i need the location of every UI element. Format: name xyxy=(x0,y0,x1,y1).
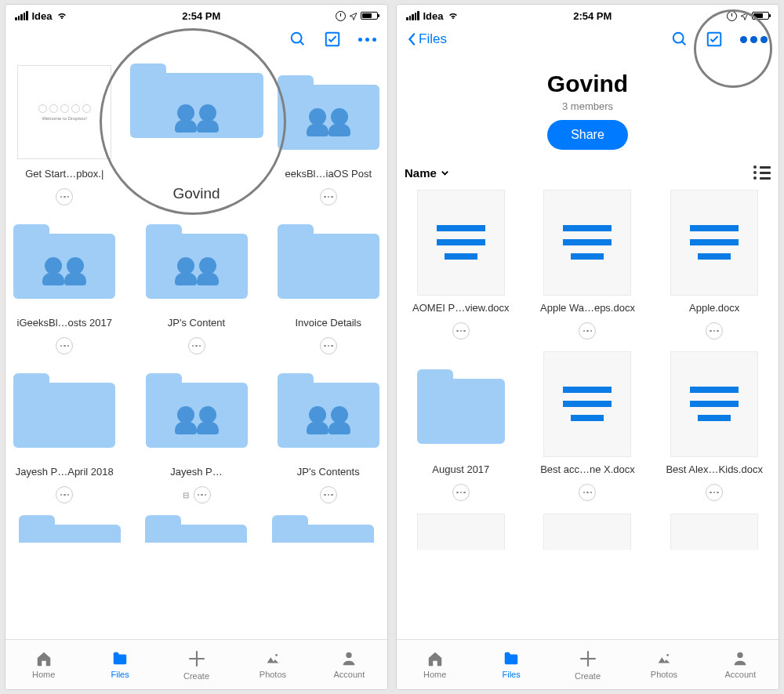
item-more-icon[interactable] xyxy=(320,188,337,205)
offline-badge-icon: ⊟ xyxy=(183,491,189,500)
folder-icon xyxy=(417,369,505,438)
item-more-icon[interactable] xyxy=(452,484,470,501)
document-icon xyxy=(417,514,505,550)
item-name: iGeeksBl…osts 2017 xyxy=(17,317,112,331)
view-toggle-icon[interactable] xyxy=(753,165,771,180)
share-button[interactable]: Share xyxy=(547,120,628,150)
grid-item[interactable]: Best Alex…Kids.docx xyxy=(658,346,771,501)
grid-item[interactable]: Jayesh P… ⊟ xyxy=(130,356,263,503)
shared-folder-icon xyxy=(13,224,115,299)
document-thumb: Welcome to Dropbox! xyxy=(17,65,111,159)
wifi-icon xyxy=(448,12,459,20)
folder-icon xyxy=(278,224,379,299)
tab-photos[interactable]: Photos xyxy=(234,640,310,689)
svg-point-7 xyxy=(673,33,684,43)
item-more-icon[interactable] xyxy=(320,486,337,503)
item-more-icon[interactable] xyxy=(194,486,211,503)
grid-item[interactable]: Invoice Details xyxy=(278,207,380,354)
more-menu-icon[interactable] xyxy=(740,36,768,43)
shared-folder-icon xyxy=(278,75,379,150)
chevron-down-icon xyxy=(441,169,449,177)
search-icon[interactable] xyxy=(289,31,307,48)
item-name: Apple.docx xyxy=(689,302,739,316)
signal-icon xyxy=(406,11,419,20)
tab-home[interactable]: Home xyxy=(397,640,473,689)
item-more-icon[interactable] xyxy=(320,337,337,354)
item-name: Get Start…pbox.| xyxy=(25,168,103,182)
grid-item[interactable]: Welcome to Dropbox! Get Start…pbox.| xyxy=(13,58,116,205)
tab-account[interactable]: Account xyxy=(311,640,387,689)
item-more-icon[interactable] xyxy=(56,486,73,503)
document-icon xyxy=(543,351,631,457)
grid-item[interactable]: August 2017 xyxy=(405,346,517,501)
select-icon[interactable] xyxy=(324,31,341,48)
item-more-icon[interactable] xyxy=(706,322,723,340)
tab-account[interactable]: Account xyxy=(702,640,779,689)
item-more-icon[interactable] xyxy=(188,337,205,354)
status-time: 2:54 PM xyxy=(573,10,612,22)
tab-photos[interactable]: Photos xyxy=(626,640,702,689)
item-name: AOMEI P…view.docx xyxy=(412,302,510,316)
location-icon xyxy=(740,12,749,20)
nav-bar: Files xyxy=(397,22,779,56)
member-count: 3 members xyxy=(397,100,779,112)
tab-bar: Home Files Create Photos Account xyxy=(5,639,387,689)
more-menu-icon[interactable] xyxy=(358,38,376,42)
tab-home[interactable]: Home xyxy=(5,640,82,689)
svg-point-6 xyxy=(347,652,352,658)
item-more-icon[interactable] xyxy=(56,337,73,354)
file-grid[interactable]: AOMEI P…view.docx Apple Wa…eps.docx Appl… xyxy=(397,184,779,639)
folder-title: Govind xyxy=(397,71,779,97)
document-icon xyxy=(670,190,758,296)
grid-item[interactable]: Apple Wa…eps.docx xyxy=(532,184,644,340)
item-more-icon[interactable] xyxy=(452,322,470,340)
search-icon[interactable] xyxy=(671,31,688,48)
tab-files[interactable]: Files xyxy=(82,640,158,689)
grid-item[interactable]: Apple.docx xyxy=(658,184,771,340)
grid-item-partial[interactable] xyxy=(267,511,379,543)
grid-item[interactable]: JP's Content xyxy=(130,207,263,354)
carrier-label: Idea xyxy=(32,10,53,22)
grid-item[interactable]: AOMEI P…view.docx xyxy=(405,184,517,340)
grid-item[interactable]: eeksBl…iaOS Post xyxy=(278,58,380,205)
grid-item-partial[interactable] xyxy=(140,511,253,543)
select-icon[interactable] xyxy=(706,31,723,48)
tab-files[interactable]: Files xyxy=(473,640,549,689)
grid-item[interactable]: Jayesh P…April 2018 xyxy=(13,356,116,503)
carrier-label: Idea xyxy=(423,10,444,22)
file-grid[interactable]: Welcome to Dropbox! Get Start…pbox.| Gov… xyxy=(5,56,387,639)
back-button[interactable]: Files xyxy=(408,31,447,47)
shared-folder-icon xyxy=(130,64,263,162)
item-name: August 2017 xyxy=(432,463,489,478)
svg-line-1 xyxy=(300,42,304,45)
svg-line-8 xyxy=(682,42,686,45)
grid-item-partial[interactable] xyxy=(658,509,771,550)
folder-icon xyxy=(19,515,121,543)
grid-item-partial[interactable] xyxy=(532,509,644,550)
document-icon xyxy=(670,351,758,457)
sort-selector[interactable]: Name xyxy=(405,166,449,180)
svg-point-0 xyxy=(292,33,302,43)
grid-item-govind[interactable]: Govind xyxy=(130,58,263,205)
item-more-icon[interactable] xyxy=(579,322,596,340)
svg-point-13 xyxy=(738,652,743,658)
nav-bar xyxy=(5,22,387,56)
grid-item-partial[interactable] xyxy=(13,511,126,543)
item-more-icon[interactable] xyxy=(579,484,596,501)
item-name: Best acc…ne X.docx xyxy=(540,463,635,478)
shared-folder-icon xyxy=(146,373,248,448)
battery-icon xyxy=(361,12,378,20)
tab-create[interactable]: Create xyxy=(550,640,626,689)
phone-screenshot-left: Idea 2:54 PM Welcome to Dropbox! Get xyxy=(5,4,388,690)
document-icon xyxy=(543,514,631,550)
grid-item[interactable]: Best acc…ne X.docx xyxy=(532,346,644,501)
item-name: Jayesh P…April 2018 xyxy=(16,466,114,480)
tab-create[interactable]: Create xyxy=(158,640,234,689)
grid-item[interactable]: JP's Contents xyxy=(278,356,380,503)
tab-bar: Home Files Create Photos Account xyxy=(397,639,779,689)
grid-item-partial[interactable] xyxy=(405,509,517,550)
alarm-icon xyxy=(727,11,737,21)
grid-item[interactable]: iGeeksBl…osts 2017 xyxy=(13,207,116,354)
item-more-icon[interactable] xyxy=(56,188,73,205)
item-more-icon[interactable] xyxy=(706,484,723,501)
